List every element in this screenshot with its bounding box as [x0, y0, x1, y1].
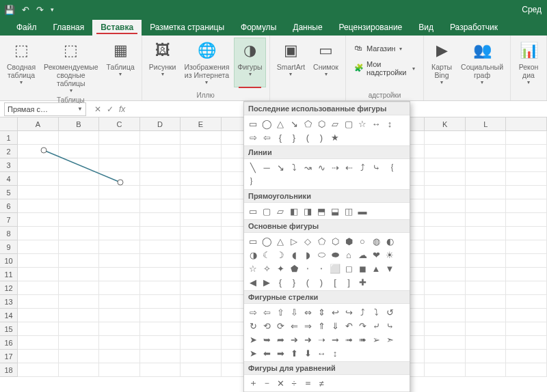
cell[interactable]	[18, 227, 59, 240]
cell[interactable]	[140, 268, 181, 281]
column-header[interactable]: B	[59, 117, 100, 130]
shape-option[interactable]: )	[315, 131, 328, 143]
cell[interactable]	[466, 227, 507, 240]
shape-option[interactable]: ▷	[288, 235, 300, 247]
shape-option[interactable]: ⬆	[288, 347, 300, 359]
cell[interactable]	[425, 350, 466, 363]
shape-option[interactable]: ☆	[356, 117, 369, 130]
shape-option[interactable]: ⇦	[261, 306, 273, 318]
shape-option[interactable]: ⇔	[302, 306, 314, 318]
column-header[interactable]	[506, 117, 547, 130]
cell[interactable]	[506, 199, 547, 213]
cell[interactable]	[425, 227, 466, 240]
shape-option[interactable]: ⌂	[343, 249, 355, 261]
cell[interactable]	[59, 295, 100, 309]
cell[interactable]	[466, 322, 507, 336]
shape-option[interactable]: ⬡	[329, 235, 341, 247]
shape-option[interactable]: ▬	[356, 205, 369, 217]
shape-option[interactable]: ⬟	[288, 262, 300, 275]
shape-option[interactable]: ◑	[247, 249, 259, 261]
qat-menu-icon[interactable]: ▾	[51, 6, 54, 13]
shape-option[interactable]: ↕	[329, 347, 341, 359]
cell[interactable]	[425, 363, 466, 377]
shape-option[interactable]: ⬡	[315, 117, 328, 130]
cell[interactable]	[466, 158, 507, 172]
shape-option[interactable]: ⇢	[329, 161, 341, 173]
row-header[interactable]: 15	[0, 322, 18, 336]
shape-option[interactable]: ☽	[274, 249, 286, 261]
ribbon-smartart[interactable]: ▣SmartArt▾	[274, 38, 308, 79]
shape-option[interactable]: ✦	[274, 262, 286, 275]
cell[interactable]	[18, 158, 59, 172]
shape-option[interactable]: ⇐	[288, 320, 300, 332]
shape-option[interactable]: ÷	[288, 377, 300, 389]
cell[interactable]	[466, 254, 507, 268]
cell[interactable]	[99, 295, 140, 309]
shape-option[interactable]: ↔	[315, 347, 328, 359]
shape-option[interactable]: ➤	[247, 333, 259, 346]
cell[interactable]	[99, 172, 140, 186]
cell[interactable]	[466, 268, 507, 281]
shape-option[interactable]: ⇩	[288, 306, 300, 318]
column-header[interactable]: E	[181, 117, 222, 130]
column-header[interactable]: L	[466, 117, 507, 130]
cell[interactable]	[140, 254, 181, 268]
cell[interactable]	[59, 254, 100, 268]
cell[interactable]	[140, 281, 181, 295]
shape-option[interactable]: ⤵	[288, 161, 300, 173]
cell[interactable]	[59, 199, 100, 213]
cell[interactable]	[59, 363, 100, 377]
ribbon-shapes[interactable]: ◑Фигуры▾	[235, 38, 265, 87]
shape-option[interactable]: ∿	[315, 161, 328, 173]
tab-вставка[interactable]: Вставка	[92, 20, 142, 36]
shape-option[interactable]: ⇧	[274, 306, 286, 318]
cell[interactable]	[466, 281, 507, 295]
shape-option[interactable]: ✚	[356, 276, 369, 288]
cell[interactable]	[181, 227, 222, 240]
select-all-corner[interactable]	[0, 117, 18, 130]
shape-option[interactable]: ◇	[302, 235, 314, 247]
redo-icon[interactable]: ↷	[36, 5, 44, 15]
shape-option[interactable]: ⬅	[261, 347, 273, 359]
shape-option[interactable]: {	[274, 276, 286, 288]
tab-разработчик[interactable]: Разработчик	[442, 20, 506, 36]
shape-option[interactable]: ⤶	[370, 320, 382, 332]
shape-option[interactable]: ↶	[343, 320, 355, 332]
shape-option[interactable]: ⟳	[274, 320, 286, 332]
cell[interactable]	[425, 254, 466, 268]
shape-option[interactable]: ◍	[370, 235, 382, 247]
shape-option[interactable]: ◯	[261, 117, 273, 130]
cell[interactable]	[181, 186, 222, 199]
cell[interactable]	[425, 281, 466, 295]
shape-option[interactable]: ⇓	[329, 320, 341, 332]
shape-option[interactable]: ⬭	[315, 249, 328, 261]
shape-option[interactable]: ◼	[356, 262, 369, 275]
cell[interactable]	[425, 186, 466, 199]
shape-option[interactable]: ○	[356, 235, 369, 247]
cell[interactable]	[18, 281, 59, 295]
cell[interactable]	[140, 322, 181, 336]
cell[interactable]	[18, 322, 59, 336]
shape-option[interactable]: ☆	[247, 262, 259, 275]
ribbon-screenshot[interactable]: ▭Снимок▾	[310, 38, 341, 79]
cell[interactable]	[140, 227, 181, 240]
row-header[interactable]: 1	[0, 131, 18, 145]
shape-option[interactable]: ⇑	[315, 320, 328, 332]
shape-option[interactable]: ↩	[329, 306, 341, 318]
row-header[interactable]: 10	[0, 254, 18, 268]
cell[interactable]	[99, 158, 140, 172]
shape-option[interactable]: ⬇	[302, 347, 314, 359]
cell[interactable]	[18, 240, 59, 254]
shape-option[interactable]: ➣	[384, 333, 396, 346]
cell[interactable]	[466, 363, 507, 377]
cell[interactable]	[506, 336, 547, 350]
row-header[interactable]: 13	[0, 295, 18, 309]
tab-вид[interactable]: Вид	[410, 20, 442, 36]
shape-option[interactable]: ◫	[343, 205, 355, 217]
cell[interactable]	[99, 268, 140, 281]
cell[interactable]	[181, 350, 222, 363]
shape-option[interactable]: ➢	[370, 333, 382, 346]
cell[interactable]	[506, 213, 547, 227]
shape-option[interactable]: ▶	[261, 276, 273, 288]
shape-option[interactable]: ⇒	[302, 320, 314, 332]
